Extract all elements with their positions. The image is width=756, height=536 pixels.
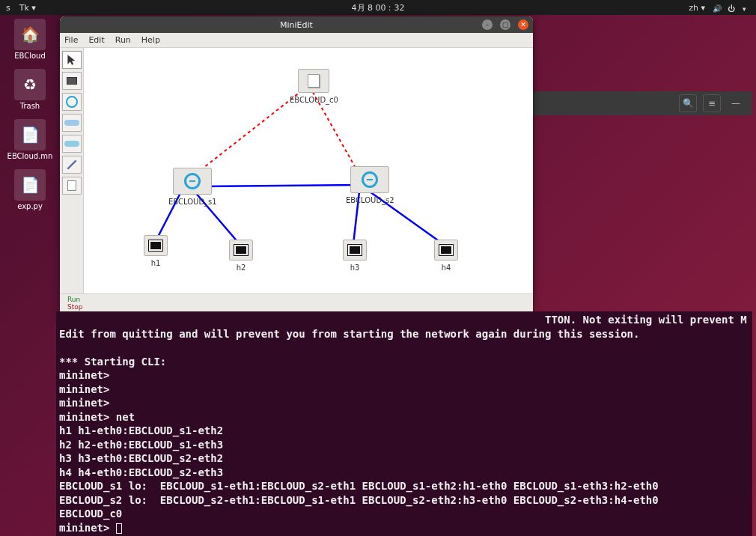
terminal-cursor — [116, 523, 122, 534]
menu-file[interactable]: File — [64, 35, 78, 45]
panel-clock[interactable]: 4月 8 00：32 — [352, 2, 405, 13]
window-minimize-button[interactable]: – — [482, 19, 493, 30]
terminal-output[interactable]: TTON. Not exiting will prevent M Edit fr… — [56, 311, 752, 536]
node-host-h3[interactable]: h3 — [343, 240, 367, 272]
link-icon — [65, 158, 79, 171]
tool-host[interactable] — [62, 72, 82, 90]
desktop-icon-exp[interactable]: 📄 exp.py — [7, 169, 52, 210]
terminal-search-button[interactable]: 🔍 — [679, 94, 697, 112]
topology-canvas[interactable]: EBCLOUD_c0 EBCLOUD_s1 EBCLOUD_s2 h1 h2 h… — [84, 48, 533, 293]
desktop-icon-mn[interactable]: 📄 EBCloud.mn — [7, 119, 52, 160]
terminal-minimize-button[interactable]: — — [727, 94, 745, 112]
trash-icon: ♻ — [14, 69, 46, 100]
tool-legacy-switch[interactable] — [62, 114, 82, 132]
desktop-icon-label: EBCloud — [14, 52, 46, 60]
menu-run[interactable]: Run — [115, 35, 131, 45]
window-close-button[interactable]: ✕ — [518, 19, 528, 30]
panel-lang[interactable]: zh ▾ — [689, 3, 705, 13]
node-controller-c0[interactable]: EBCLOUD_c0 — [290, 69, 338, 104]
power-icon[interactable] — [728, 4, 735, 11]
node-label: h4 — [442, 264, 451, 272]
chevron-down-icon[interactable] — [743, 4, 750, 11]
node-host-h2[interactable]: h2 — [229, 240, 253, 272]
window-title: MiniEdit — [280, 20, 313, 30]
stop-button[interactable]: Stop — [63, 303, 533, 311]
node-label: EBCLOUD_c0 — [290, 96, 338, 104]
svg-line-3 — [202, 185, 361, 186]
tool-link[interactable] — [62, 156, 82, 174]
run-button[interactable]: Run — [63, 296, 533, 303]
menubar: File Edit Run Help — [60, 33, 533, 48]
switch-icon — [362, 171, 378, 188]
file-icon: 📄 — [14, 169, 46, 201]
controller-icon — [308, 74, 320, 88]
desktop-icon-label: exp.py — [17, 202, 43, 210]
host-icon — [234, 245, 248, 255]
desktop-icon-ebcloud[interactable]: 🏠 EBCloud — [7, 19, 52, 60]
host-icon — [439, 245, 453, 255]
pointer-icon — [65, 53, 79, 67]
node-switch-s1[interactable]: EBCLOUD_s1 — [168, 168, 217, 206]
miniedit-window: MiniEdit – ▢ ✕ File Edit Run Help — [60, 16, 533, 311]
host-icon — [348, 245, 362, 255]
node-label: EBCLOUD_s2 — [346, 196, 394, 204]
switch-icon — [184, 173, 201, 189]
tool-switch[interactable] — [62, 93, 82, 111]
svg-line-0 — [67, 160, 76, 168]
window-footer: Run Stop — [60, 293, 533, 311]
top-panel: s Tk ▾ 4月 8 00：32 zh ▾ — [0, 0, 756, 15]
node-label: EBCLOUD_s1 — [168, 198, 217, 206]
node-label: h3 — [350, 264, 360, 272]
menu-edit[interactable]: Edit — [88, 35, 104, 45]
file-icon: 📄 — [14, 119, 46, 150]
volume-icon[interactable] — [713, 4, 720, 11]
legacy-switch-icon — [64, 120, 79, 126]
node-label: h1 — [151, 259, 161, 267]
toolbar — [60, 48, 84, 293]
home-icon: 🏠 — [14, 19, 46, 50]
desktop-icon-label: EBCloud.mn — [7, 152, 53, 160]
menu-help[interactable]: Help — [141, 35, 160, 45]
desktop-icons: 🏠 EBCloud ♻ Trash 📄 EBCloud.mn 📄 exp.py — [7, 19, 52, 210]
tool-router[interactable] — [62, 135, 82, 153]
tool-controller[interactable] — [62, 177, 82, 195]
tool-pointer[interactable] — [62, 51, 82, 69]
node-switch-s2[interactable]: EBCLOUD_s2 — [346, 166, 394, 204]
terminal-menu-button[interactable]: ≡ — [703, 94, 721, 112]
node-label: h2 — [237, 264, 246, 272]
switch-icon — [66, 96, 78, 108]
controller-icon — [67, 180, 76, 191]
panel-left-2[interactable]: Tk ▾ — [19, 3, 36, 13]
host-icon — [149, 240, 162, 251]
router-icon — [64, 141, 79, 147]
desktop-icon-trash[interactable]: ♻ Trash — [7, 69, 52, 110]
node-host-h1[interactable]: h1 — [144, 235, 168, 267]
panel-left-1[interactable]: s — [6, 3, 10, 13]
node-host-h4[interactable]: h4 — [434, 240, 458, 272]
desktop-icon-label: Trash — [20, 102, 40, 110]
window-maximize-button[interactable]: ▢ — [500, 19, 510, 30]
terminal-header-bar: 🔍 ≡ — — [515, 91, 752, 115]
window-titlebar[interactable]: MiniEdit – ▢ ✕ — [60, 16, 533, 33]
host-icon — [67, 77, 77, 85]
